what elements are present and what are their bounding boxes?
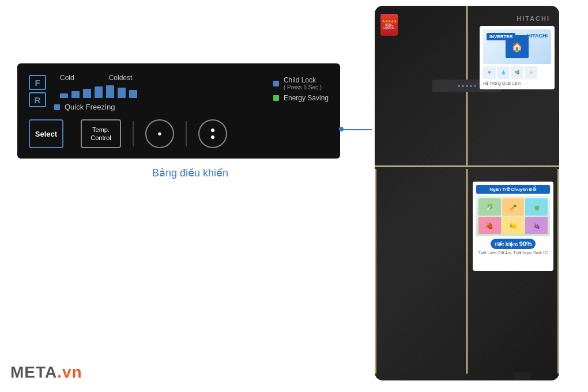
promo-card-top: INVERTER HITACHI 🏠 ❄ 💧 🌿 ⚡ Hệ Thống Quạt… (480, 26, 555, 89)
bar-4 (95, 86, 103, 98)
veggie-grid: 🥬 🥕 🫑 🍓 🍋 🍇 (476, 196, 550, 236)
double-dot-icon (211, 129, 214, 139)
veggie-4: 🍓 (478, 217, 501, 234)
promo-icon-4: ⚡ (525, 66, 537, 79)
promo-icon-3: 🌿 (511, 66, 523, 79)
promo-top-image: INVERTER HITACHI 🏠 (483, 29, 551, 64)
veggie-3: 🫑 (525, 198, 548, 216)
savings-badge: Tiết kiệm 90% (491, 239, 535, 249)
promo-bottom-text: Tươi Luôn Giữ Ẩm, Tươi Ngon Suốt 1C (476, 250, 550, 255)
hitachi-blue-logo: HITACHI (527, 33, 548, 39)
child-lock-dot (273, 81, 279, 86)
r-label: R (29, 92, 46, 107)
savings-container: Tiết kiệm 90% (476, 239, 550, 249)
fr-labels: F R (29, 75, 46, 107)
bar-1 (60, 93, 68, 98)
dotvn-text: .vn (57, 363, 82, 381)
quick-freezing-row: Quick Freezing (54, 103, 256, 111)
promo-icon-2: 💧 (497, 66, 510, 79)
child-lock-label: Child Lock (284, 76, 322, 84)
control-panel-caption: Bảng điều khiển (17, 167, 363, 179)
child-lock-sub: ( Press 5 Sec.) (284, 84, 322, 91)
f-label: F (29, 75, 46, 90)
temp-control-button[interactable]: Temp.Control (81, 119, 121, 148)
quick-dot (54, 104, 60, 110)
control-bottom-row: Select Temp.Control • (29, 119, 329, 148)
strip-dot-5 (474, 85, 476, 87)
quick-freezing-label: Quick Freezing (65, 103, 115, 111)
fridge-container: HITACHI ★★★★★ NĂNGLƯỢNG INVERTER (357, 0, 588, 392)
veggie-5: 🍋 (502, 217, 525, 234)
promo-card-bottom: Ngăn Trữ Chuyên Đổi 🥬 🥕 🫑 🍓 🍋 🍇 Tiết kiệ… (473, 182, 553, 271)
bar-3 (83, 89, 91, 98)
fridge-foot-right (513, 372, 530, 380)
energy-saving-label: Energy Saving (284, 94, 329, 102)
coldest-label: Coldest (109, 74, 133, 82)
veggie-2: 🥕 (502, 198, 525, 216)
fridge-body: HITACHI ★★★★★ NĂNGLƯỢNG INVERTER (375, 6, 559, 380)
control-panel-diagram: F R Cold Coldest (17, 63, 340, 159)
temp-labels: Cold Coldest (60, 74, 256, 82)
inverter-badge: INVERTER (487, 33, 515, 40)
veggie-1: 🥬 (478, 198, 501, 216)
bottom-door-split (466, 169, 468, 374)
bar-5 (106, 85, 114, 98)
promo-bottom-image: 🥬 🥕 🫑 🍓 🍋 🍇 (476, 196, 550, 236)
bar-6 (118, 88, 126, 98)
divider-1 (133, 121, 134, 146)
cold-label: Cold (60, 74, 74, 82)
child-lock-item: Child Lock ( Press 5 Sec.) (273, 76, 329, 91)
right-indicators: Child Lock ( Press 5 Sec.) Energy Saving (273, 76, 329, 102)
promo-icon-1: ❄ (483, 66, 496, 79)
veggie-6: 🍇 (525, 217, 548, 234)
strip-dot-3 (466, 85, 468, 87)
temp-bars (60, 85, 256, 98)
energy-saving-item: Energy Saving (273, 94, 329, 102)
bar-7 (129, 90, 137, 98)
fridge-foot-left (404, 372, 421, 380)
strip-dot-1 (458, 85, 460, 87)
meta-text: META (10, 363, 57, 381)
strip-dot-4 (470, 85, 472, 87)
double-dot-button[interactable] (198, 119, 227, 148)
promo-bottom-header: Ngăn Trữ Chuyên Đổi (476, 185, 550, 194)
select-button[interactable]: Select (29, 119, 63, 148)
bar-2 (71, 91, 80, 98)
promo-icons-row: ❄ 💧 🌿 ⚡ (483, 66, 551, 79)
divider-2 (186, 121, 187, 146)
promo-top-text: Hệ Thống Quạt Lạnh (483, 81, 551, 86)
single-dot-button[interactable]: • (145, 119, 174, 148)
left-panel: F R Cold Coldest (17, 63, 363, 179)
strip-dot-2 (462, 85, 464, 87)
temp-indicators: Cold Coldest Quick Freezing (54, 74, 256, 111)
single-dot-icon: • (157, 127, 161, 141)
meta-watermark: META.vn (10, 363, 82, 382)
energy-saving-dot (273, 95, 279, 101)
